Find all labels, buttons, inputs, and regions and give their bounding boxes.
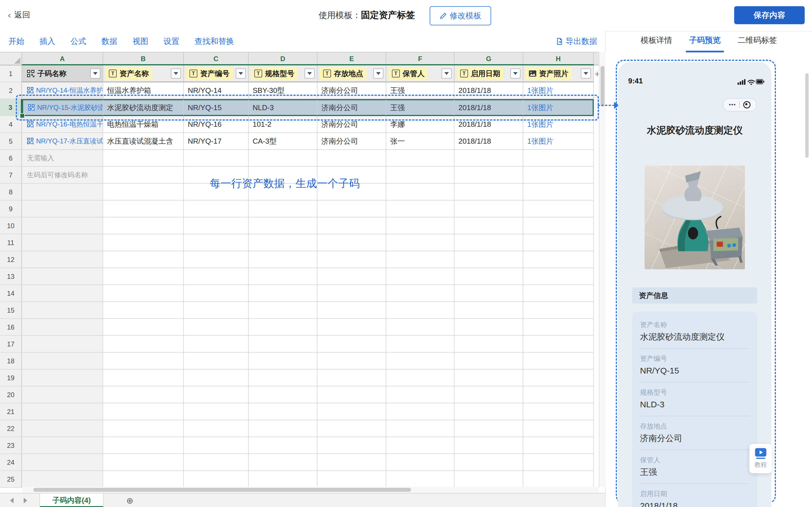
cell-H15[interactable] <box>523 302 594 319</box>
cell-A15[interactable] <box>22 302 103 319</box>
row-header-13[interactable]: 13 <box>0 268 22 285</box>
cell-E10[interactable] <box>317 217 386 234</box>
cell-C19[interactable] <box>184 370 249 386</box>
cell-E15[interactable] <box>317 302 386 319</box>
column-e-header[interactable]: T存放地点 <box>317 65 386 82</box>
cell-C2[interactable]: NR/YQ-14 <box>184 82 249 99</box>
cell-F13[interactable] <box>386 268 455 285</box>
prev-sheet-icon[interactable] <box>10 498 13 503</box>
cell-B8[interactable] <box>103 184 184 201</box>
cell-B5[interactable]: 水压直读试混凝土含 <box>103 133 184 150</box>
row-header-9[interactable]: 9 <box>0 201 22 217</box>
cell-B14[interactable] <box>103 285 184 302</box>
cell-A18[interactable] <box>22 353 103 370</box>
cell-F3[interactable]: 王强 <box>386 99 455 116</box>
sheet-horizontal-scrollbar[interactable] <box>22 487 599 493</box>
cell-F18[interactable] <box>386 353 455 370</box>
tab-subcode-preview[interactable]: 子码预览 <box>689 35 721 48</box>
cell-B15[interactable] <box>103 302 184 319</box>
cell-H23[interactable] <box>523 437 594 454</box>
cell-E24[interactable] <box>317 454 386 471</box>
cell-A16[interactable] <box>22 319 103 336</box>
cell-B18[interactable] <box>103 353 184 370</box>
cell-C5[interactable]: NR/YQ-17 <box>184 133 249 150</box>
row-header-4[interactable]: 4 <box>0 116 22 133</box>
tab-qrcode-label[interactable]: 二维码标签 <box>738 35 777 48</box>
cell-G6[interactable] <box>455 150 523 167</box>
more-dots-icon[interactable]: ••• <box>729 102 736 108</box>
cell-F14[interactable] <box>386 285 455 302</box>
cell-A13[interactable] <box>22 268 103 285</box>
cell-G3[interactable]: 2018/1/18 <box>455 99 523 116</box>
cell-G14[interactable] <box>455 285 523 302</box>
cell-H10[interactable] <box>523 217 594 234</box>
cell-B6[interactable] <box>103 150 184 167</box>
vertical-scroll-thumb[interactable] <box>601 66 605 107</box>
cell-D17[interactable] <box>249 336 317 353</box>
cell-H21[interactable] <box>523 403 594 420</box>
cell-H2[interactable]: 1张图片 <box>523 82 594 99</box>
add-sheet-icon[interactable]: ⊕ <box>126 496 133 506</box>
export-data-button[interactable]: 导出数据 <box>555 36 597 47</box>
cell-A19[interactable] <box>22 370 103 386</box>
menu-item-formula[interactable]: 公式 <box>70 36 86 47</box>
row-header-5[interactable]: 5 <box>0 133 22 150</box>
cell-C11[interactable] <box>184 234 249 251</box>
cell-F24[interactable] <box>386 454 455 471</box>
row-header-1[interactable]: 1 <box>0 65 22 82</box>
cell-E23[interactable] <box>317 437 386 454</box>
cell-E8[interactable] <box>317 184 386 201</box>
cell-E16[interactable] <box>317 319 386 336</box>
cell-C24[interactable] <box>184 454 249 471</box>
cell-E13[interactable] <box>317 268 386 285</box>
cell-G11[interactable] <box>455 234 523 251</box>
cell-A23[interactable] <box>22 437 103 454</box>
cell-D25[interactable] <box>249 471 317 488</box>
cell-H3[interactable]: 1张图片 <box>523 99 594 116</box>
row-header-19[interactable]: 19 <box>0 370 22 386</box>
filter-icon[interactable] <box>90 68 100 78</box>
cell-E9[interactable] <box>317 201 386 217</box>
cell-E20[interactable] <box>317 386 386 403</box>
cell-C21[interactable] <box>184 403 249 420</box>
row-header-10[interactable]: 10 <box>0 217 22 234</box>
cell-F15[interactable] <box>386 302 455 319</box>
cell-A9[interactable] <box>22 201 103 217</box>
column-b-header[interactable]: T资产名称 <box>103 65 184 82</box>
cell-G25[interactable] <box>455 471 523 488</box>
cell-B25[interactable] <box>103 471 184 488</box>
cell-H8[interactable] <box>523 184 594 201</box>
cell-H4[interactable]: 1张图片 <box>523 116 594 133</box>
cell-F11[interactable] <box>386 234 455 251</box>
cell-B24[interactable] <box>103 454 184 471</box>
cell-A3[interactable]: NR/YQ-15-水泥胶砂流动度测定仪 <box>22 99 103 116</box>
cell-C9[interactable] <box>184 201 249 217</box>
row-header-12[interactable]: 12 <box>0 251 22 268</box>
filter-icon[interactable] <box>305 68 315 78</box>
cell-G9[interactable] <box>455 201 523 217</box>
cell-G22[interactable] <box>455 420 523 437</box>
cell-B11[interactable] <box>103 234 184 251</box>
cell-H13[interactable] <box>523 268 594 285</box>
subcode-link[interactable]: NR/YQ-14-恒温水养护箱 <box>36 86 103 95</box>
cell-E12[interactable] <box>317 251 386 268</box>
row-header-14[interactable]: 14 <box>0 285 22 302</box>
column-letter-g[interactable]: G <box>455 52 523 65</box>
column-h-header[interactable]: 资产照片 <box>523 65 594 82</box>
cell-B19[interactable] <box>103 370 184 386</box>
menu-item-view[interactable]: 视图 <box>133 36 148 47</box>
cell-A7[interactable]: 生码后可修改码名称 <box>22 167 103 184</box>
cell-G19[interactable] <box>455 370 523 386</box>
cell-D10[interactable] <box>249 217 317 234</box>
cell-D4[interactable]: 101-2 <box>249 116 317 133</box>
cell-C8[interactable] <box>184 184 249 201</box>
cell-A8[interactable] <box>22 184 103 201</box>
row-header-8[interactable]: 8 <box>0 184 22 201</box>
cell-B2[interactable]: 恒温水养护箱 <box>103 82 184 99</box>
cell-C23[interactable] <box>184 437 249 454</box>
column-letter-b[interactable]: B <box>103 52 184 65</box>
cell-D21[interactable] <box>249 403 317 420</box>
cell-B22[interactable] <box>103 420 184 437</box>
cell-G21[interactable] <box>455 403 523 420</box>
cell-D7[interactable] <box>249 167 317 184</box>
